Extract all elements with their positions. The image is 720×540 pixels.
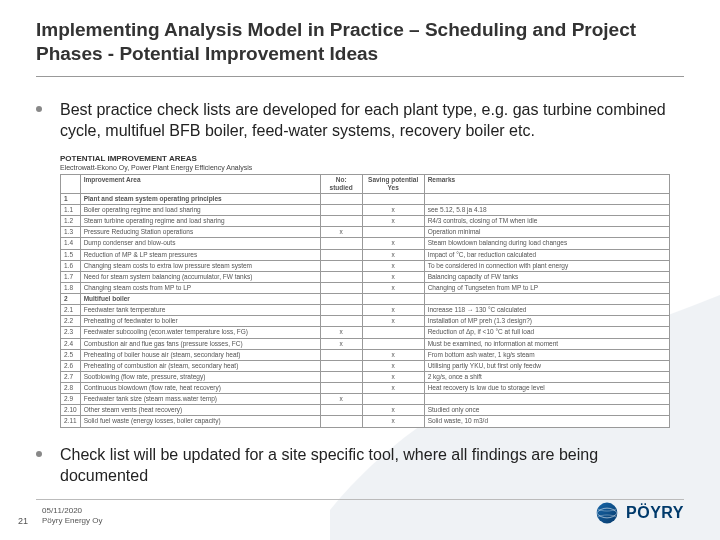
bullet-text: Best practice check lists are developed … <box>60 99 684 142</box>
table-cell: Need for steam system balancing (accumul… <box>80 271 320 282</box>
svg-point-0 <box>597 503 618 524</box>
footer-org: Pöyry Energy Oy <box>42 516 594 526</box>
table-cell: x <box>362 238 424 249</box>
table-cell: x <box>362 260 424 271</box>
table-cell: x <box>362 205 424 216</box>
col-header-rem: Remarks <box>424 174 669 193</box>
table-cell: x <box>362 305 424 316</box>
table-cell <box>424 294 669 305</box>
table-cell: x <box>362 216 424 227</box>
table-cell: 2.2 <box>61 316 81 327</box>
table-cell <box>320 238 362 249</box>
table-cell: 2.7 <box>61 371 81 382</box>
table-cell <box>362 338 424 349</box>
table-row: 2.8Continuous blowdown (flow rate, heat … <box>61 383 670 394</box>
table-cell: 2.5 <box>61 349 81 360</box>
table-cell <box>320 416 362 427</box>
table-cell: Utilising partly YKU, but first only fee… <box>424 360 669 371</box>
table-cell <box>362 294 424 305</box>
table-cell: x <box>362 371 424 382</box>
table-cell: x <box>362 383 424 394</box>
table-cell: Changing steam costs to extra low pressu… <box>80 260 320 271</box>
table-cell: 2.6 <box>61 360 81 371</box>
table-cell: 2.8 <box>61 383 81 394</box>
table-cell: Dump condenser and blow-outs <box>80 238 320 249</box>
table-cell: Must be examined, no information at mome… <box>424 338 669 349</box>
bullet-dot-icon <box>36 106 42 112</box>
table-cell: 2.4 <box>61 338 81 349</box>
table-row: 2.4Combustion air and flue gas fans (pre… <box>61 338 670 349</box>
table-cell: Balancing capacity of FW tanks <box>424 271 669 282</box>
table-row: 2Multifuel boiler <box>61 294 670 305</box>
table-cell: x <box>362 271 424 282</box>
brand-logo: PÖYRY <box>594 500 684 526</box>
table-row: 2.1Feedwater tank temperaturexIncrease 1… <box>61 305 670 316</box>
table-row: 1.6Changing steam costs to extra low pre… <box>61 260 670 271</box>
table-cell: x <box>362 282 424 293</box>
table-row: 1.4Dump condenser and blow-outsxSteam bl… <box>61 238 670 249</box>
footer-meta: 05/11/2020 Pöyry Energy Oy <box>42 506 594 526</box>
table-cell: 1.3 <box>61 227 81 238</box>
table-row: 1.5Reduction of MP & LP steam pressuresx… <box>61 249 670 260</box>
table-row: 2.9Feedwater tank size (steam mass.water… <box>61 394 670 405</box>
table-cell: x <box>320 227 362 238</box>
table-cell: Changing steam costs from MP to LP <box>80 282 320 293</box>
table-cell <box>320 260 362 271</box>
table-cell: see 5.12, 5.8 ja 4.18 <box>424 205 669 216</box>
improvement-table-wrap: POTENTIAL IMPROVEMENT AREAS Electrowatt-… <box>60 154 670 428</box>
table-cell: 1.4 <box>61 238 81 249</box>
table-cell: Installation of MP preh (1.3 design?) <box>424 316 669 327</box>
table-row: 2.7Sootblowing (flow rate, pressure, str… <box>61 371 670 382</box>
table-cell: Combustion air and flue gas fans (pressu… <box>80 338 320 349</box>
table-cell: From bottom ash water, 1 kg/s steam <box>424 349 669 360</box>
table-cell: x <box>362 416 424 427</box>
table-cell <box>320 249 362 260</box>
table-caption-sub: Electrowatt-Ekono Oy, Power Plant Energy… <box>60 164 670 171</box>
table-row: 2.10Other steam vents (heat recovery)xSt… <box>61 405 670 416</box>
table-cell <box>320 294 362 305</box>
table-cell: Solid fuel waste (energy losses, boiler … <box>80 416 320 427</box>
bullet-item: Best practice check lists are developed … <box>36 99 684 142</box>
table-cell <box>362 394 424 405</box>
table-row: 2.6Preheating of combustion air (steam, … <box>61 360 670 371</box>
table-cell <box>320 405 362 416</box>
bullet-dot-icon <box>36 451 42 457</box>
table-cell <box>320 383 362 394</box>
page-title: Implementing Analysis Model in Practice … <box>36 18 684 77</box>
col-header-num <box>61 174 81 193</box>
col-header-area: Improvement Area <box>80 174 320 193</box>
table-cell: Feedwater subcooling (econ.water tempera… <box>80 327 320 338</box>
improvement-table: Improvement Area No: studied Saving pote… <box>60 174 670 428</box>
bullet-text: Check list will be updated for a site sp… <box>60 444 684 487</box>
table-row: 1.7Need for steam system balancing (accu… <box>61 271 670 282</box>
table-row: 1Plant and steam system operating princi… <box>61 193 670 204</box>
table-cell <box>320 271 362 282</box>
table-cell <box>320 205 362 216</box>
logo-text: PÖYRY <box>626 504 684 522</box>
table-row: 1.2Steam turbine operating regime and lo… <box>61 216 670 227</box>
table-cell: Reduction of Δp, if <10 °C at full load <box>424 327 669 338</box>
footer: 21 05/11/2020 Pöyry Energy Oy PÖYRY <box>0 500 720 526</box>
table-cell: Feedwater tank temperature <box>80 305 320 316</box>
table-cell: R4/3 controls, closing of TM when idle <box>424 216 669 227</box>
table-cell: x <box>362 349 424 360</box>
table-cell: Feedwater tank size (steam mass.water te… <box>80 394 320 405</box>
table-cell: Reduction of MP & LP steam pressures <box>80 249 320 260</box>
table-cell <box>320 371 362 382</box>
table-row: 2.5Preheating of boiler house air (steam… <box>61 349 670 360</box>
table-cell: x <box>320 327 362 338</box>
table-cell: Sootblowing (flow rate, pressure, strate… <box>80 371 320 382</box>
logo-globe-icon <box>594 500 620 526</box>
table-row: 1.1Boiler operating regime and load shar… <box>61 205 670 216</box>
table-cell <box>362 193 424 204</box>
table-cell: 2.10 <box>61 405 81 416</box>
table-cell: Pressure Reducing Station operations <box>80 227 320 238</box>
table-caption-main: POTENTIAL IMPROVEMENT AREAS <box>60 154 670 163</box>
table-cell: 1.8 <box>61 282 81 293</box>
table-cell: Operation minimal <box>424 227 669 238</box>
table-row: 1.3Pressure Reducing Station operationsx… <box>61 227 670 238</box>
table-cell <box>320 305 362 316</box>
table-cell: 1.5 <box>61 249 81 260</box>
table-cell: 2.9 <box>61 394 81 405</box>
col-header-sav: Saving potential Yes <box>362 174 424 193</box>
